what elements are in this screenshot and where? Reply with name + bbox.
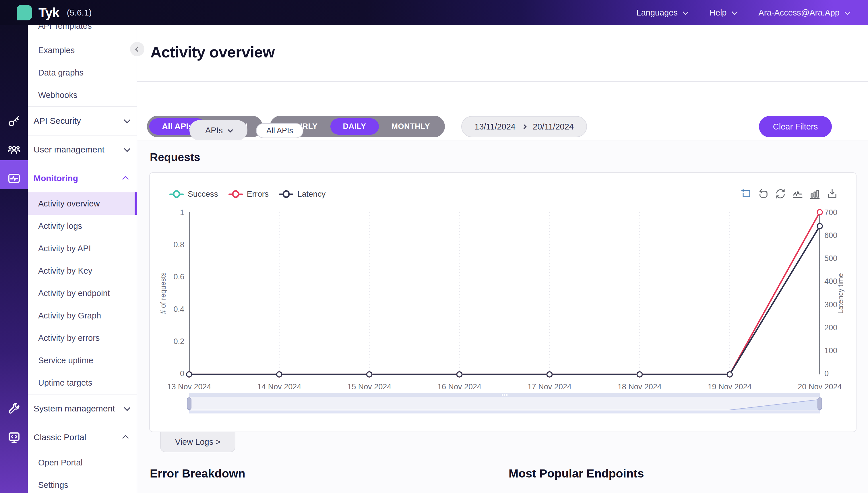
languages-menu[interactable]: Languages	[636, 8, 688, 18]
date-to: 20/11/2024	[533, 122, 574, 131]
data-point[interactable]	[637, 372, 642, 377]
chevron-icon	[122, 435, 129, 442]
data-point[interactable]	[817, 210, 822, 215]
datazoom-left-handle[interactable]	[187, 398, 192, 410]
data-point[interactable]	[457, 372, 462, 377]
tick-label: 0	[180, 369, 184, 378]
zoom-reset-icon[interactable]	[757, 188, 769, 200]
sidebar-item[interactable]: Activity overview	[28, 192, 137, 215]
sidebar-item[interactable]: Activity by endpoint	[28, 282, 137, 304]
user-management-icon[interactable]	[7, 143, 21, 157]
sidebar-collapse-button[interactable]	[130, 42, 144, 56]
tick-label: 17 Nov 2024	[527, 383, 572, 391]
system-management-icon[interactable]	[7, 401, 21, 416]
tick-label: 20 Nov 2024	[797, 383, 843, 391]
sidebar-item[interactable]: Open Portal	[28, 451, 137, 474]
tick-label: 19 Nov 2024	[707, 383, 753, 391]
restore-icon[interactable]	[774, 188, 786, 200]
tyk-brand[interactable]: Tyk (5.6.1)	[17, 5, 92, 20]
sidebar-item[interactable]: Activity by errors	[28, 327, 137, 349]
sidebar-item-label: Monitoring	[34, 173, 78, 183]
sidebar-item-label: Examples	[38, 46, 75, 55]
sidebar-item[interactable]: Service uptime	[28, 349, 137, 371]
languages-label: Languages	[636, 8, 678, 18]
filter-type-dropdown[interactable]: APIs	[190, 120, 247, 141]
error-breakdown-title: Error Breakdown	[150, 467, 245, 480]
sidebar-item[interactable]: Settings	[28, 474, 137, 493]
sidebar-item-label: Activity by endpoint	[38, 288, 110, 298]
data-point[interactable]	[727, 372, 732, 377]
sidebar-item[interactable]: System management	[28, 394, 137, 423]
sidebar-item[interactable]: Activity logs	[28, 215, 137, 237]
tick-label: 0.4	[173, 305, 184, 314]
sidebar-item[interactable]: Activity by API	[28, 237, 137, 260]
sidebar-item-label: Webhooks	[38, 90, 77, 100]
sidebar-item-label: Activity logs	[38, 221, 82, 231]
requests-plot-svg	[189, 212, 820, 374]
legend-marker-icon	[169, 194, 184, 195]
legend-item[interactable]: Success	[169, 190, 218, 199]
help-label: Help	[710, 8, 727, 18]
datazoom-top-bar[interactable]	[189, 393, 820, 397]
sidebar-item[interactable]: Uptime targets	[28, 371, 137, 394]
monitoring-icon[interactable]	[7, 171, 21, 186]
help-menu[interactable]: Help	[710, 8, 737, 18]
sidebar-item[interactable]: API Templates	[28, 25, 137, 39]
requests-plot[interactable]	[189, 212, 820, 374]
datazoom-grip-icon[interactable]	[502, 394, 508, 396]
view-logs-button[interactable]: View Logs >	[160, 432, 236, 452]
legend-item[interactable]: Latency	[279, 190, 326, 199]
granularity-option[interactable]: MONTHLY	[379, 118, 443, 135]
chevron-down-icon	[683, 9, 689, 15]
sidebar-item-label: Settings	[38, 480, 68, 490]
data-point[interactable]	[817, 223, 822, 229]
sidebar-item[interactable]: Classic Portal	[28, 423, 137, 451]
classic-portal-icon[interactable]	[7, 430, 21, 445]
datazoom-track[interactable]	[189, 397, 820, 411]
sidebar-item[interactable]: Examples	[28, 39, 137, 61]
line-chart-icon[interactable]	[792, 188, 804, 200]
sidebar-item-label: User management	[34, 145, 105, 154]
sidebar-item[interactable]: Activity by Key	[28, 260, 137, 282]
chart-toolbar	[740, 188, 838, 200]
clear-filters-button[interactable]: Clear Filters	[759, 116, 832, 137]
granularity-option-label: MONTHLY	[392, 122, 430, 131]
date-range-picker[interactable]: 13/11/2024 20/11/2024	[461, 116, 587, 137]
page-title: Activity overview	[150, 43, 275, 61]
granularity-option[interactable]: DAILY	[330, 118, 379, 135]
sidebar-item[interactable]: Activity by Graph	[28, 304, 137, 327]
legend-item[interactable]: Errors	[228, 190, 269, 199]
chevron-icon	[124, 405, 131, 411]
legend-marker-icon	[279, 194, 293, 195]
tyk-logo-text: Tyk	[39, 5, 60, 20]
sidebar-item[interactable]: Webhooks	[28, 84, 137, 106]
data-zoom-select-icon[interactable]	[740, 188, 752, 200]
api-security-icon[interactable]	[7, 114, 21, 128]
sidebar-item-label: Activity by Key	[38, 266, 92, 276]
icon-rail	[0, 25, 28, 493]
datazoom-right-handle[interactable]	[818, 398, 822, 410]
sidebar-item[interactable]: Monitoring	[28, 164, 137, 192]
data-point[interactable]	[186, 372, 192, 377]
data-point[interactable]	[547, 372, 552, 377]
chevron-down-icon	[731, 9, 737, 15]
bar-chart-icon[interactable]	[809, 188, 821, 200]
chevron-icon	[124, 117, 131, 124]
datazoom-shadow-svg	[190, 397, 819, 411]
data-point[interactable]	[367, 372, 372, 377]
filter-value-label: All APIs	[266, 126, 293, 135]
tick-label: 0	[824, 369, 829, 378]
data-point[interactable]	[277, 372, 282, 377]
tick-label: 100	[824, 346, 837, 355]
sidebar-item[interactable]: Data graphs	[28, 61, 137, 84]
sidebar-item[interactable]: API Security	[28, 106, 137, 135]
sidebar-item[interactable]: User management	[28, 135, 137, 164]
x-axis-labels: 13 Nov 202414 Nov 202415 Nov 202416 Nov …	[166, 383, 843, 391]
save-image-icon[interactable]	[826, 188, 838, 200]
main-content: Activity overview All APIs Per API HOURL…	[137, 25, 868, 493]
right-axis-ticks: 7006005004003002001000	[824, 208, 856, 378]
sidebar-item-label: Data graphs	[38, 68, 84, 78]
filter-value-chip[interactable]: All APIs	[256, 123, 304, 138]
datazoom-slider[interactable]	[189, 393, 820, 413]
account-menu[interactable]: Ara-Access@Ara.App	[759, 8, 850, 18]
